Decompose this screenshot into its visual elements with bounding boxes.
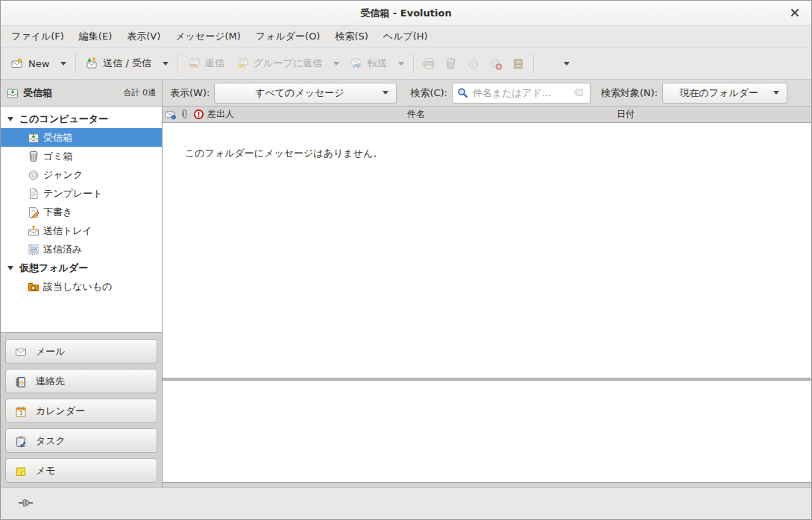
- toolbar-separator: [75, 54, 76, 73]
- menu-edit[interactable]: 編集(E): [72, 27, 119, 46]
- sidebar-item-sent[interactable]: 送信済み: [1, 240, 162, 259]
- group-reply-dropdown-button[interactable]: [328, 57, 344, 70]
- drafts-icon: [28, 206, 40, 218]
- column-subject[interactable]: 件名: [407, 108, 617, 121]
- sidebar-item-outbox[interactable]: 送信トレイ: [1, 221, 162, 240]
- print-icon: [423, 57, 435, 69]
- delete-button[interactable]: [440, 53, 462, 74]
- new-button[interactable]: New: [5, 53, 55, 74]
- sidebar-item-templates[interactable]: テンプレート: [1, 184, 162, 203]
- reply-button[interactable]: 返信: [182, 52, 230, 74]
- not-junk-icon: [490, 57, 502, 69]
- sidebar-item-inbox[interactable]: 受信箱: [1, 128, 162, 147]
- show-filter-value: すべてのメッセージ: [222, 86, 377, 100]
- sidebar-item-unmatched[interactable]: 該当しないもの: [1, 277, 162, 296]
- plug-icon: [18, 497, 37, 511]
- show-filter-dropdown[interactable]: すべてのメッセージ: [214, 83, 397, 104]
- folder-label: テンプレート: [43, 187, 103, 200]
- new-mail-icon: [11, 57, 23, 69]
- switcher-contacts-button[interactable]: @ 連絡先: [5, 369, 157, 393]
- switcher-mail-button[interactable]: メール: [5, 339, 157, 364]
- folder-label: 送信トレイ: [43, 224, 92, 238]
- toolbar-separator: [533, 54, 534, 73]
- important-icon[interactable]: [193, 109, 205, 121]
- folder-total-count: 合計 0通: [124, 87, 157, 98]
- forward-button[interactable]: 転送: [344, 52, 393, 74]
- toolbar-overflow-button[interactable]: [558, 57, 575, 70]
- menu-message[interactable]: メッセージ(M): [168, 27, 248, 46]
- tasks-icon: [15, 435, 27, 447]
- switcher-memos-button[interactable]: メモ: [5, 458, 157, 483]
- show-filter-label: 表示(W):: [170, 86, 210, 100]
- menu-file[interactable]: ファイル(F): [4, 27, 72, 46]
- titlebar[interactable]: 受信箱 - Evolution: [1, 1, 811, 26]
- switcher-label: タスク: [36, 434, 66, 448]
- sidebar-group-this-computer[interactable]: このコンピューター: [1, 110, 162, 128]
- not-junk-button[interactable]: [485, 53, 507, 74]
- folder-label: 下書き: [43, 206, 72, 219]
- svg-text:@: @: [19, 378, 25, 385]
- forward-dropdown-button[interactable]: [393, 57, 409, 70]
- column-date-label: 日付: [617, 109, 635, 119]
- search-label: 検索(C):: [410, 86, 447, 100]
- content-area: このコンピューター 受信箱 ゴミ箱 ジャンク テンプレート: [1, 107, 811, 487]
- send-receive-button[interactable]: 送信 / 受信: [80, 52, 157, 74]
- new-dropdown-button[interactable]: [55, 57, 72, 70]
- forward-icon: [350, 57, 362, 69]
- calendar-icon: 3: [15, 405, 27, 417]
- group-reply-button[interactable]: グループに返信: [230, 52, 328, 74]
- inbox-icon: [28, 132, 40, 144]
- component-switcher: メール @ 連絡先 3 カレンダー タスク メモ: [1, 333, 162, 489]
- online-status-button[interactable]: [13, 492, 43, 516]
- chevron-down-icon: [773, 91, 779, 95]
- search-folder-icon: [28, 281, 40, 293]
- print-button[interactable]: [418, 53, 440, 74]
- search-scope-dropdown[interactable]: 現在のフォルダー: [662, 83, 787, 104]
- switcher-label: カレンダー: [36, 405, 85, 418]
- toolbar-separator: [177, 54, 178, 73]
- sidebar-item-drafts[interactable]: 下書き: [1, 203, 162, 221]
- search-input[interactable]: [473, 87, 570, 98]
- search-scope-label: 検索対象(N):: [601, 86, 658, 100]
- reply-label: 返信: [205, 57, 224, 70]
- new-button-label: New: [28, 58, 49, 69]
- toolbar-separator: [413, 54, 414, 73]
- template-icon: [28, 188, 40, 200]
- group-reply-label: グループに返信: [254, 57, 322, 70]
- menu-view[interactable]: 表示(V): [119, 27, 168, 46]
- expander-icon[interactable]: [7, 266, 13, 270]
- delete-icon: [445, 57, 457, 69]
- junk-button[interactable]: [462, 53, 485, 74]
- close-button[interactable]: [787, 6, 802, 21]
- group-label: 仮想フォルダー: [19, 261, 88, 275]
- folder-label: 受信箱: [43, 131, 72, 145]
- switcher-calendar-button[interactable]: 3 カレンダー: [5, 399, 157, 423]
- empty-folder-message: このフォルダーにメッセージはありません。: [185, 148, 383, 159]
- menu-help[interactable]: ヘルプ(H): [376, 27, 435, 46]
- chevron-down-icon: [383, 91, 388, 95]
- expander-icon[interactable]: [7, 117, 13, 121]
- folder-label: 送信済み: [43, 243, 82, 256]
- search-box: [452, 83, 591, 104]
- sidebar-group-search-folders[interactable]: 仮想フォルダー: [1, 259, 162, 277]
- chevron-down-icon: [398, 62, 404, 66]
- menu-folder[interactable]: フォルダー(O): [248, 27, 328, 46]
- preview-pane[interactable]: [163, 381, 811, 483]
- sidebar-item-junk[interactable]: ジャンク: [1, 165, 162, 184]
- menu-search[interactable]: 検索(S): [327, 27, 375, 46]
- switcher-tasks-button[interactable]: タスク: [5, 428, 157, 453]
- archive-button[interactable]: [507, 53, 529, 74]
- clear-icon[interactable]: [573, 87, 585, 99]
- sidebar-item-trash[interactable]: ゴミ箱: [1, 147, 162, 165]
- chevron-down-icon: [564, 62, 570, 66]
- column-date[interactable]: 日付: [617, 108, 811, 121]
- send-receive-icon: [86, 57, 98, 69]
- message-status-icon[interactable]: [165, 109, 177, 121]
- send-receive-dropdown-button[interactable]: [157, 57, 174, 70]
- sent-icon: [28, 244, 40, 256]
- attachment-icon[interactable]: [179, 109, 191, 121]
- column-from[interactable]: 差出人: [163, 108, 407, 121]
- chevron-down-icon: [60, 62, 66, 66]
- search-scope-value: 現在のフォルダー: [670, 86, 767, 100]
- message-list[interactable]: このフォルダーにメッセージはありません。: [163, 123, 811, 378]
